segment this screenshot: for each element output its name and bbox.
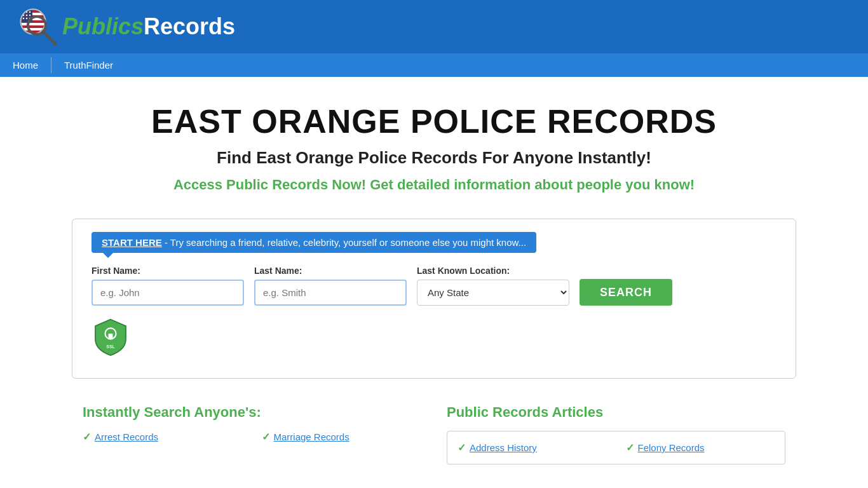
start-here-banner: START HERE - Try searching a friend, rel… bbox=[92, 232, 536, 253]
public-articles-section: Public Records Articles ✓ Address Histor… bbox=[447, 404, 785, 464]
first-name-label: First Name: bbox=[92, 266, 244, 276]
search-button[interactable]: SEARCH bbox=[580, 279, 672, 306]
svg-rect-5 bbox=[21, 23, 45, 25]
instantly-search-links: ✓ Arrest Records ✓ Marriage Records bbox=[83, 431, 421, 443]
first-name-group: First Name: bbox=[92, 266, 244, 306]
logo-publics: Publics bbox=[62, 13, 144, 39]
logo-records: Records bbox=[144, 13, 235, 39]
list-item: ✓ Marriage Records bbox=[262, 431, 422, 443]
svg-point-15 bbox=[26, 18, 27, 19]
instantly-search-section: Instantly Search Anyone's: ✓ Arrest Reco… bbox=[83, 404, 421, 464]
last-name-input[interactable] bbox=[254, 280, 407, 306]
lower-section: Instantly Search Anyone's: ✓ Arrest Reco… bbox=[0, 391, 868, 477]
location-label: Last Known Location: bbox=[417, 266, 569, 276]
svg-point-10 bbox=[29, 11, 31, 13]
svg-rect-21 bbox=[109, 334, 113, 339]
search-form-row: First Name: Last Name: Last Known Locati… bbox=[92, 266, 776, 306]
checkmark-icon: ✓ bbox=[262, 431, 270, 443]
state-select[interactable]: Any State Any StateAlabamaAlaskaArizonaA… bbox=[417, 280, 569, 306]
location-group: Last Known Location: Any State Any State… bbox=[417, 266, 569, 306]
page-title: EAST ORANGE POLICE RECORDS bbox=[13, 102, 855, 140]
list-item: ✓ Arrest Records bbox=[83, 431, 243, 443]
nav-home[interactable]: Home bbox=[0, 53, 51, 77]
checkmark-icon: ✓ bbox=[626, 442, 634, 454]
search-container: START HERE - Try searching a friend, rel… bbox=[72, 219, 796, 379]
header: PublicsRecords bbox=[0, 0, 868, 53]
address-history-link[interactable]: Address History bbox=[470, 442, 537, 453]
marriage-records-link[interactable]: Marriage Records bbox=[274, 431, 349, 442]
hero-section: EAST ORANGE POLICE RECORDS Find East Ora… bbox=[0, 77, 868, 206]
checkmark-icon: ✓ bbox=[458, 442, 466, 454]
arrest-records-link[interactable]: Arrest Records bbox=[95, 431, 158, 442]
logo[interactable]: PublicsRecords bbox=[19, 8, 235, 46]
felony-records-link[interactable]: Felony Records bbox=[638, 442, 705, 453]
last-name-label: Last Name: bbox=[254, 266, 407, 276]
start-here-bold: START HERE bbox=[102, 237, 162, 248]
ssl-badge: SSL bbox=[92, 318, 130, 356]
svg-point-12 bbox=[26, 15, 27, 16]
svg-line-19 bbox=[43, 32, 55, 44]
articles-box: ✓ Address History ✓ Felony Records bbox=[447, 431, 785, 464]
hero-subtitle: Find East Orange Police Records For Anyo… bbox=[13, 148, 855, 168]
logo-text: PublicsRecords bbox=[62, 13, 235, 40]
start-here-text: - Try searching a friend, relative, cele… bbox=[162, 237, 526, 248]
articles-grid: ✓ Address History ✓ Felony Records bbox=[458, 442, 775, 454]
list-item: ✓ Address History bbox=[458, 442, 607, 454]
instantly-search-title: Instantly Search Anyone's: bbox=[83, 404, 421, 421]
last-name-group: Last Name: bbox=[254, 266, 407, 306]
navigation: Home TruthFinder bbox=[0, 53, 868, 77]
first-name-input[interactable] bbox=[92, 280, 244, 306]
nav-truthfinder[interactable]: TruthFinder bbox=[51, 53, 126, 77]
logo-icon bbox=[19, 8, 57, 46]
hero-access-text: Access Public Records Now! Get detailed … bbox=[13, 177, 855, 193]
checkmark-icon: ✓ bbox=[83, 431, 91, 443]
svg-point-13 bbox=[29, 15, 31, 16]
svg-text:SSL: SSL bbox=[106, 344, 114, 349]
list-item: ✓ Felony Records bbox=[626, 442, 775, 454]
public-articles-title: Public Records Articles bbox=[447, 404, 785, 421]
svg-point-14 bbox=[23, 18, 24, 19]
